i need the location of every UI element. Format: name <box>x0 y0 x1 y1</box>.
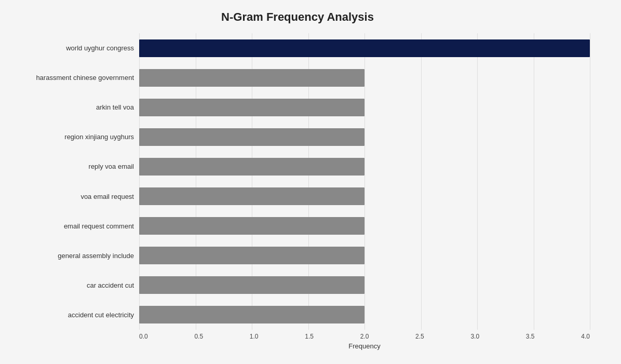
y-label: reply voa email <box>5 153 137 180</box>
x-ticks: 0.00.51.01.52.02.53.03.54.0 <box>139 333 590 340</box>
bar <box>139 247 365 264</box>
bar-row <box>139 96 590 119</box>
grid-line <box>590 33 590 330</box>
bar-row <box>139 244 590 267</box>
y-label: general assembly include <box>5 242 137 269</box>
bar-row <box>139 126 590 149</box>
x-axis-label: Frequency <box>139 342 590 350</box>
bar-row <box>139 155 590 178</box>
x-tick: 0.5 <box>194 333 203 340</box>
bar <box>139 276 365 294</box>
bar <box>139 39 590 57</box>
bar-row <box>139 274 590 296</box>
bars-area <box>139 33 590 330</box>
bars-container <box>139 33 590 330</box>
bar <box>139 69 365 87</box>
bar-row <box>139 66 590 89</box>
chart-container: N-Gram Frequency Analysis world uyghur c… <box>0 0 621 364</box>
bar-row <box>139 303 590 326</box>
y-label: world uyghur congress <box>5 35 137 62</box>
y-labels: world uyghur congressharassment chinese … <box>5 33 139 330</box>
bar <box>139 99 365 116</box>
y-label: region xinjiang uyghurs <box>5 124 137 151</box>
x-tick: 1.0 <box>250 333 259 340</box>
bar <box>139 158 365 176</box>
x-tick: 4.0 <box>581 333 590 340</box>
x-tick: 1.5 <box>305 333 314 340</box>
y-label: car accident cut <box>5 272 137 299</box>
bar-row <box>139 37 590 60</box>
bar <box>139 128 365 146</box>
x-tick: 2.5 <box>415 333 424 340</box>
y-label: voa email request <box>5 183 137 210</box>
chart-title: N-Gram Frequency Analysis <box>5 10 590 24</box>
chart-area: world uyghur congressharassment chinese … <box>5 33 590 330</box>
bar <box>139 187 365 205</box>
x-tick: 3.0 <box>470 333 479 340</box>
y-label: harassment chinese government <box>5 64 137 91</box>
x-tick: 3.5 <box>526 333 535 340</box>
y-label: arkin tell voa <box>5 94 137 121</box>
bar <box>139 306 365 323</box>
bar <box>139 217 365 235</box>
x-tick: 0.0 <box>139 333 148 340</box>
bar-row <box>139 214 590 237</box>
y-label: email request comment <box>5 212 137 239</box>
y-label: accident cut electricity <box>5 301 137 328</box>
x-axis-area: 0.00.51.01.52.02.53.03.54.0 Frequency <box>139 330 590 350</box>
x-tick: 2.0 <box>360 333 369 340</box>
bar-row <box>139 185 590 208</box>
